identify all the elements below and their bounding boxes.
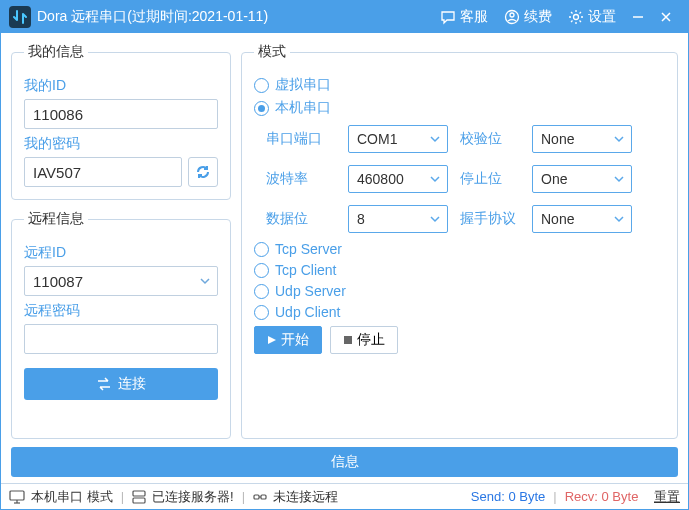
remote-info-group: 远程信息 远程ID 110087 远程密码 连接 bbox=[11, 210, 231, 439]
svg-rect-4 bbox=[344, 336, 352, 344]
my-pwd-input[interactable] bbox=[24, 157, 182, 187]
svg-rect-9 bbox=[133, 498, 145, 503]
chat-icon bbox=[440, 9, 456, 25]
svg-rect-5 bbox=[10, 491, 24, 500]
radio-icon bbox=[254, 263, 269, 278]
svg-point-2 bbox=[574, 15, 579, 20]
stopbits-select[interactable]: One bbox=[532, 165, 632, 193]
play-icon bbox=[267, 335, 277, 345]
svg-rect-11 bbox=[261, 495, 266, 499]
stop-label: 停止 bbox=[357, 331, 385, 349]
chevron-down-icon bbox=[199, 275, 211, 287]
support-button[interactable]: 客服 bbox=[432, 1, 496, 33]
minimize-button[interactable] bbox=[624, 1, 652, 33]
separator: | bbox=[553, 489, 556, 504]
separator: | bbox=[242, 489, 245, 504]
radio-label: 本机串口 bbox=[275, 99, 331, 117]
port-select[interactable]: COM1 bbox=[348, 125, 448, 153]
close-button[interactable] bbox=[652, 1, 680, 33]
link-icon bbox=[253, 490, 267, 504]
start-label: 开始 bbox=[281, 331, 309, 349]
chevron-down-icon bbox=[613, 133, 625, 145]
titlebar: Dora 远程串口(过期时间:2021-01-11) 客服 续费 设置 bbox=[1, 1, 688, 33]
remote-info-legend: 远程信息 bbox=[24, 210, 88, 228]
radio-label: Tcp Server bbox=[275, 241, 342, 257]
svg-rect-10 bbox=[254, 495, 259, 499]
stop-icon bbox=[343, 335, 353, 345]
parity-value: None bbox=[541, 131, 574, 147]
settings-button[interactable]: 设置 bbox=[560, 1, 624, 33]
status-send: Send: 0 Byte bbox=[471, 489, 545, 504]
radio-icon bbox=[254, 242, 269, 257]
databits-label: 数据位 bbox=[266, 210, 336, 228]
handshake-value: None bbox=[541, 211, 574, 227]
svg-rect-8 bbox=[133, 491, 145, 496]
remote-id-label: 远程ID bbox=[24, 244, 218, 262]
info-button[interactable]: 信息 bbox=[11, 447, 678, 477]
radio-icon bbox=[254, 78, 269, 93]
user-icon bbox=[504, 9, 520, 25]
radio-label: Tcp Client bbox=[275, 262, 336, 278]
baud-select[interactable]: 460800 bbox=[348, 165, 448, 193]
my-id-label: 我的ID bbox=[24, 77, 218, 95]
left-column: 我的信息 我的ID 我的密码 远程信息 远程ID 110087 bbox=[11, 43, 231, 439]
radio-icon bbox=[254, 284, 269, 299]
start-button[interactable]: 开始 bbox=[254, 326, 322, 354]
svg-point-1 bbox=[510, 13, 514, 17]
chevron-down-icon bbox=[613, 213, 625, 225]
radio-icon bbox=[254, 101, 269, 116]
status-remote: 未连接远程 bbox=[273, 488, 338, 506]
stop-button[interactable]: 停止 bbox=[330, 326, 398, 354]
chevron-down-icon bbox=[613, 173, 625, 185]
connect-button[interactable]: 连接 bbox=[24, 368, 218, 400]
settings-label: 设置 bbox=[588, 8, 616, 26]
baud-label: 波特率 bbox=[266, 170, 336, 188]
action-row: 开始 停止 bbox=[254, 326, 665, 354]
swap-icon bbox=[96, 377, 112, 391]
my-id-input[interactable] bbox=[24, 99, 218, 129]
radio-label: 虚拟串口 bbox=[275, 76, 331, 94]
monitor-icon bbox=[9, 490, 25, 504]
serial-settings-grid: 串口端口 COM1 校验位 None 波特率 460800 bbox=[266, 125, 665, 233]
my-info-group: 我的信息 我的ID 我的密码 bbox=[11, 43, 231, 200]
chevron-down-icon bbox=[429, 213, 441, 225]
radio-tcp-client[interactable]: Tcp Client bbox=[254, 262, 665, 278]
radio-tcp-server[interactable]: Tcp Server bbox=[254, 241, 665, 257]
baud-value: 460800 bbox=[357, 171, 404, 187]
remote-pwd-input[interactable] bbox=[24, 324, 218, 354]
refresh-pwd-button[interactable] bbox=[188, 157, 218, 187]
status-server: 已连接服务器! bbox=[152, 488, 234, 506]
radio-icon bbox=[254, 305, 269, 320]
port-label: 串口端口 bbox=[266, 130, 336, 148]
mode-group: 模式 虚拟串口 本机串口 串口端口 COM1 校验位 bbox=[241, 43, 678, 439]
chevron-down-icon bbox=[429, 173, 441, 185]
remote-pwd-label: 远程密码 bbox=[24, 302, 218, 320]
minimize-icon bbox=[632, 11, 644, 23]
my-pwd-label: 我的密码 bbox=[24, 135, 218, 153]
separator: | bbox=[121, 489, 124, 504]
handshake-select[interactable]: None bbox=[532, 205, 632, 233]
parity-label: 校验位 bbox=[460, 130, 520, 148]
refresh-icon bbox=[194, 163, 212, 181]
stopbits-label: 停止位 bbox=[460, 170, 520, 188]
mode-legend: 模式 bbox=[254, 43, 290, 61]
radio-local-serial[interactable]: 本机串口 bbox=[254, 99, 665, 117]
port-value: COM1 bbox=[357, 131, 397, 147]
databits-select[interactable]: 8 bbox=[348, 205, 448, 233]
radio-udp-server[interactable]: Udp Server bbox=[254, 283, 665, 299]
content-area: 我的信息 我的ID 我的密码 远程信息 远程ID 110087 bbox=[1, 33, 688, 483]
remote-id-select[interactable]: 110087 bbox=[24, 266, 218, 296]
my-info-legend: 我的信息 bbox=[24, 43, 88, 61]
server-icon bbox=[132, 490, 146, 504]
radio-label: Udp Server bbox=[275, 283, 346, 299]
parity-select[interactable]: None bbox=[532, 125, 632, 153]
handshake-label: 握手协议 bbox=[460, 210, 520, 228]
radio-udp-client[interactable]: Udp Client bbox=[254, 304, 665, 320]
renew-button[interactable]: 续费 bbox=[496, 1, 560, 33]
reset-link[interactable]: 重置 bbox=[654, 488, 680, 506]
window-title: Dora 远程串口(过期时间:2021-01-11) bbox=[37, 8, 268, 26]
renew-label: 续费 bbox=[524, 8, 552, 26]
databits-value: 8 bbox=[357, 211, 365, 227]
main-row: 我的信息 我的ID 我的密码 远程信息 远程ID 110087 bbox=[11, 43, 678, 439]
radio-virtual-serial[interactable]: 虚拟串口 bbox=[254, 76, 665, 94]
